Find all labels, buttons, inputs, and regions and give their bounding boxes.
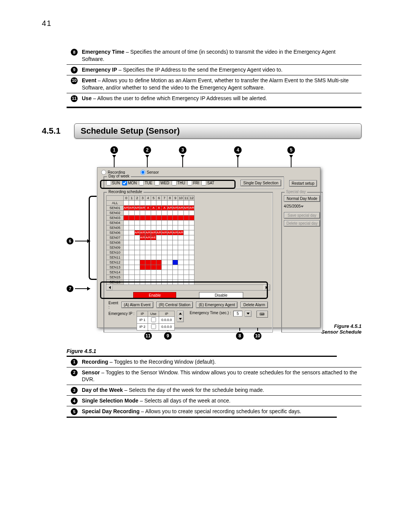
bullet-b4: 4 xyxy=(71,398,78,404)
callout-7: 7 xyxy=(67,285,73,292)
definition-text: Recording – Toggles to the Recording Win… xyxy=(82,358,362,366)
day-wed[interactable]: WED xyxy=(155,181,169,185)
definition-text: Emergency IP – Specifies the IP Address … xyxy=(82,66,362,73)
figure-heading: Figure 4.5.1 xyxy=(67,348,362,354)
schedule-panel: Recording Sensor Day of week SUNMONTUEWE… xyxy=(97,167,320,328)
keyboard-icon[interactable] xyxy=(256,311,268,318)
delete-special-day-button[interactable]: Delete special day xyxy=(284,220,320,227)
callout-6: 6 xyxy=(67,238,73,244)
bullet-9: 9 xyxy=(71,67,78,73)
bullet-11: 11 xyxy=(71,95,78,102)
callout-5: 5 xyxy=(287,146,295,154)
time-dropdown[interactable] xyxy=(245,311,252,317)
bullet-10: 10 xyxy=(71,77,78,84)
normal-day-mode-button[interactable]: Normal Day Mode xyxy=(284,195,320,202)
bullet-b3: 3 xyxy=(71,387,78,394)
day-sat[interactable]: SAT xyxy=(201,181,214,185)
special-day-label: Special day xyxy=(285,190,307,194)
scroll-right-icon[interactable] xyxy=(264,285,270,290)
day-tue[interactable]: TUE xyxy=(139,181,152,185)
callout-4: 4 xyxy=(234,146,242,154)
disable-button[interactable]: Disable xyxy=(199,292,243,299)
bullet-b5: 5 xyxy=(71,408,78,415)
event-a-button[interactable]: (A) Alarm Event xyxy=(121,302,153,308)
save-special-day-button[interactable]: Save special day xyxy=(284,212,320,219)
day-group-label: Day of week xyxy=(107,174,131,178)
callout-3: 3 xyxy=(179,146,186,154)
day-fri[interactable]: FRI xyxy=(187,181,199,185)
single-day-selection-button[interactable]: Single Day Selection xyxy=(241,180,281,186)
event-e-button[interactable]: (E) Emergency Agent xyxy=(196,302,237,308)
bullet-b1: 1 xyxy=(71,359,78,366)
section-number: 4.5.1 xyxy=(42,123,74,139)
chevron-down-icon xyxy=(301,206,304,208)
definition-text: Sensor – Toggles to the Sensor Window. T… xyxy=(82,369,362,383)
emergency-time-label: Emergency Time (sec.) : xyxy=(190,311,231,315)
definition-text: Special Day Recording – Allows you to cr… xyxy=(82,408,362,415)
sensor-radio[interactable]: Sensor xyxy=(140,170,159,175)
callout-1: 1 xyxy=(110,146,118,154)
definition-text: Day of the Week – Selects the day of the… xyxy=(82,387,362,394)
enable-button[interactable]: Enable xyxy=(133,292,176,299)
horizontal-scrollbar[interactable] xyxy=(106,284,270,291)
rec-schedule-label: Recording schedule xyxy=(107,190,143,194)
bullet-8: 8 xyxy=(71,49,78,56)
ip-table[interactable]: IPUseIPIP 10.0.0.0IP 20.0.0.0 xyxy=(137,311,174,331)
definition-text: Single Selection Mode – Selects all days… xyxy=(82,397,362,404)
date-input[interactable]: 4/25/2005 xyxy=(284,204,320,208)
definition-text: Event – Allows you to define Motion as a… xyxy=(82,77,362,91)
top-definitions: 8 Emergency Time – Specifies the amount … xyxy=(67,47,362,104)
definition-text: Use – Allows the user to define which Em… xyxy=(82,95,362,102)
delete-alarm-button[interactable]: Delete Alarm xyxy=(241,302,268,308)
bottom-definitions: 1 Recording – Toggles to the Recording W… xyxy=(67,357,362,417)
emergency-time-value[interactable]: 5 xyxy=(233,311,242,316)
figure-caption: Figure 4.5.1 Sensor Schedule xyxy=(322,323,362,335)
ip-scroll[interactable] xyxy=(177,311,184,322)
restart-setup-button[interactable]: Restart setup xyxy=(289,180,317,187)
day-thu[interactable]: THU xyxy=(172,181,185,185)
callout-2: 2 xyxy=(143,146,151,154)
page-number: 41 xyxy=(42,19,362,28)
schedule-grid[interactable]: 0123456789101112ALLSEN01A/RA/RA/RA/RAAAA… xyxy=(106,195,194,285)
emergency-ip-label: Emergency IP : xyxy=(108,312,134,316)
day-mon[interactable]: MON xyxy=(122,181,137,185)
diagram-area: 1 2 3 4 5 6 7 xyxy=(67,146,362,337)
event-label: Event : xyxy=(108,301,118,309)
day-sun[interactable]: SUN xyxy=(106,181,120,185)
scroll-left-icon[interactable] xyxy=(107,285,113,290)
bullet-b2: 2 xyxy=(71,369,78,376)
event-r-button[interactable]: (R) Central Station xyxy=(156,302,193,308)
definition-text: Emergency Time – Specifies the amount of… xyxy=(82,48,362,63)
section-title: Schedule Setup (Sensor) xyxy=(74,123,362,139)
